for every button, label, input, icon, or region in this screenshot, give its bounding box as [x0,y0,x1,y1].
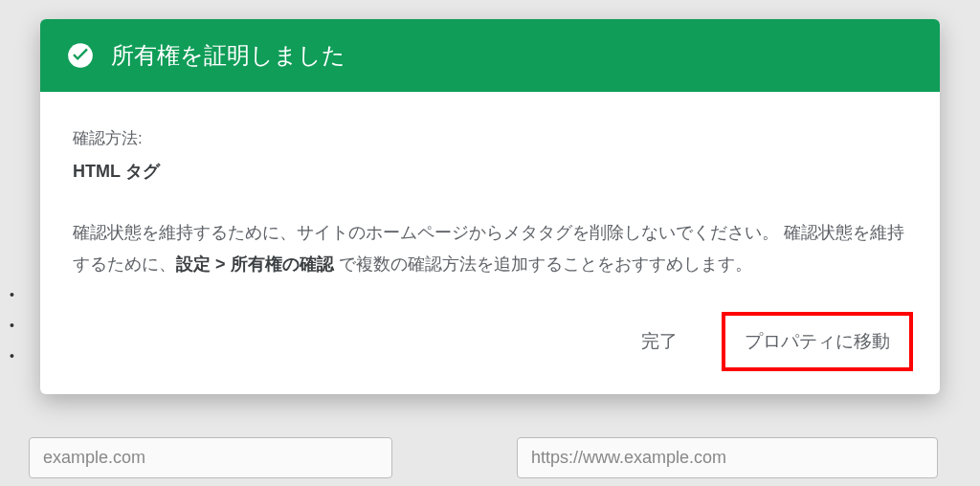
dialog-body: 確認方法: HTML タグ 確認状態を維持するために、サイトのホームページからメ… [40,92,940,298]
bullet: • [10,287,14,302]
dialog-description: 確認状態を維持するために、サイトのホームページからメタタグを削除しないでください… [73,217,907,281]
bullet: • [10,348,14,364]
verification-method-label: 確認方法: [73,124,907,154]
goto-property-button[interactable]: プロパティに移動 [722,312,913,371]
description-post: で複数の確認方法を追加することをおすすめします。 [334,254,752,274]
dialog-header: 所有権を証明しました [40,19,940,92]
url-input-right[interactable]: https://www.example.com [517,437,938,478]
check-circle-icon [67,42,94,69]
dialog-actions: 完了 プロパティに移動 [40,298,940,394]
ownership-verified-dialog: 所有権を証明しました 確認方法: HTML タグ 確認状態を維持するために、サイ… [40,19,940,394]
bullet: • [10,318,14,333]
dialog-title: 所有権を証明しました [111,40,345,71]
domain-input-left[interactable]: example.com [29,437,392,478]
verification-method-value: HTML タグ [73,156,907,187]
background-bullet-list: • • • [10,287,14,379]
description-bold-path: 設定 > 所有権の確認 [176,254,334,274]
done-button[interactable]: 完了 [624,318,695,365]
